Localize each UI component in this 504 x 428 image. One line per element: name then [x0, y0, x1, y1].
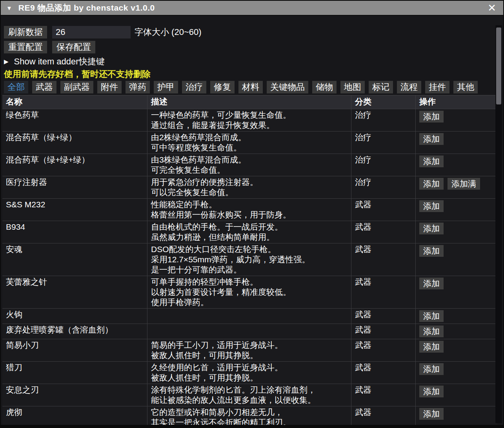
- item-category: 治疗: [351, 154, 415, 176]
- item-category: 武器: [351, 324, 415, 339]
- save-config-button[interactable]: 保存配置: [52, 41, 95, 53]
- item-actions: 添加: [415, 309, 497, 324]
- item-desc: DSO配发的大口径突击左轮手枪。 采用12.7×55mm弹药，威力高，穿透性强。…: [147, 243, 351, 276]
- add-button[interactable]: 添加: [419, 245, 444, 257]
- table-row: B934自由枪机式的手枪。于一战后开发。 虽然威力稍逊，但结构简单耐用。武器添加: [2, 221, 497, 243]
- item-actions: 添加: [415, 199, 497, 221]
- font-size-input[interactable]: [52, 26, 131, 38]
- item-table-body: 绿色药草一种绿色的药草，可少量恢复生命值。 通过组合，能显著提升恢复效果。治疗添…: [2, 109, 497, 428]
- scrollbar[interactable]: [495, 25, 502, 423]
- hotkey-expander[interactable]: ▶ Show item adder快捷键: [4, 56, 500, 68]
- item-name: 简易小刀: [2, 339, 147, 361]
- add-button[interactable]: 添加: [419, 178, 444, 190]
- toolbar-row-1: 刷新数据 字体大小 (20~60): [4, 26, 500, 38]
- table-row: 芙蕾雅之针可单手握持的轻型冲锋手枪。 以射速为首要设计考量，精准度较低。 使用手…: [2, 276, 497, 308]
- add-button[interactable]: 添加: [419, 133, 444, 145]
- tab-ammo[interactable]: 弹药: [126, 81, 150, 93]
- collapse-arrow-icon[interactable]: ▼: [6, 5, 12, 11]
- item-name: B934: [2, 221, 147, 243]
- add-button[interactable]: 添加: [419, 310, 444, 322]
- item-actions: 添加: [415, 384, 497, 406]
- add-button[interactable]: 添加: [419, 155, 444, 167]
- add-button[interactable]: 添加: [419, 363, 444, 375]
- tab-other[interactable]: 其他: [453, 81, 478, 93]
- add-button[interactable]: 添加: [419, 326, 444, 337]
- item-actions: 添加添加满: [415, 176, 497, 198]
- item-actions: 添加: [415, 154, 497, 176]
- item-desc: 由2株绿色药草混合而成。 可中等程度恢复生命值。: [147, 132, 351, 154]
- close-icon[interactable]: ✕: [488, 3, 498, 13]
- table-row: 医疗注射器用于紧急治疗的便携注射器。 可以完全恢复生命值。治疗添加添加满: [2, 176, 497, 198]
- item-category: 治疗: [351, 176, 415, 198]
- tab-sub-weapon[interactable]: 副武器: [60, 81, 93, 93]
- item-name: 医疗注射器: [2, 176, 147, 198]
- item-name: 安魂: [2, 243, 147, 276]
- scrollbar-thumb[interactable]: [496, 27, 501, 104]
- item-name: 绿色药草: [2, 109, 147, 131]
- table-row: S&S M232性能稳定的手枪。 格蕾丝用第一份薪水购买，用于防身。武器添加: [2, 198, 497, 221]
- item-name: 猎刀: [2, 362, 147, 384]
- tab-charm[interactable]: 挂件: [425, 81, 449, 93]
- table-row: 安魂DSO配发的大口径突击左轮手枪。 采用12.7×55mm弹药，威力高，穿透性…: [2, 243, 497, 276]
- item-name: 废弃处理喷雾罐（含溶血剂）: [2, 324, 147, 339]
- item-category: 武器: [351, 276, 415, 308]
- item-desc: 久经使用的匕首，适用于近身战斗。 被敌人抓住时，可用其挣脱。: [147, 362, 351, 384]
- item-category: 武器: [351, 199, 415, 221]
- tab-map[interactable]: 地图: [340, 81, 365, 93]
- tab-material[interactable]: 材料: [238, 81, 263, 93]
- item-actions: 添加: [415, 324, 497, 339]
- item-desc: 由3株绿色药草混合而成。 可完全恢复生命值。: [147, 154, 351, 176]
- item-name: 混合药草（绿+绿）: [2, 132, 147, 154]
- table-row: 绿色药草一种绿色的药草，可少量恢复生命值。 通过组合，能显著提升恢复效果。治疗添…: [2, 109, 497, 131]
- font-size-label: 字体大小 (20~60): [135, 26, 202, 38]
- tab-repair[interactable]: 修复: [210, 81, 235, 93]
- tab-armor[interactable]: 护甲: [154, 81, 178, 93]
- reset-config-button[interactable]: 重置配置: [4, 41, 47, 53]
- column-header-actions: 操作: [415, 95, 497, 109]
- item-name: S&S M232: [2, 199, 147, 221]
- item-desc: 用于紧急治疗的便携注射器。 可以完全恢复生命值。: [147, 176, 351, 198]
- tab-attachment[interactable]: 附件: [97, 81, 122, 93]
- column-header-name: 名称: [2, 95, 147, 109]
- item-desc: 一种绿色的药草，可少量恢复生命值。 通过组合，能显著提升恢复效果。: [147, 109, 351, 131]
- add-button[interactable]: 添加: [419, 386, 444, 397]
- item-category: 武器: [351, 309, 415, 324]
- tab-key-item[interactable]: 关键物品: [267, 81, 308, 93]
- item-desc: 性能稳定的手枪。 格蕾丝用第一份薪水购买，用于防身。: [147, 199, 351, 221]
- title-bar: ▼ RE9 物品添加 by chenstack v1.0.0 ✕: [1, 1, 503, 16]
- item-actions: 添加: [415, 406, 497, 428]
- tab-bar: 全部武器副武器附件弹药护甲治疗修复材料关键物品储物地图标记流程挂件其他: [4, 81, 500, 93]
- tab-all[interactable]: 全部: [4, 81, 28, 93]
- item-actions: 添加: [415, 243, 497, 276]
- refresh-data-button[interactable]: 刷新数据: [4, 26, 47, 38]
- item-desc: 它的造型或许和简易小刀相差无几， 其实是一把永远不会折断的精工利刃。: [147, 406, 351, 428]
- table-row: 虎彻它的造型或许和简易小刀相差无几， 其实是一把永远不会折断的精工利刃。武器添加: [2, 406, 497, 428]
- toolbar-row-2: 重置配置 保存配置: [4, 41, 500, 53]
- add-button[interactable]: 添加: [419, 408, 444, 420]
- tab-storage[interactable]: 储物: [312, 81, 337, 93]
- add-button[interactable]: 添加: [419, 223, 444, 234]
- table-row: 安息之刃涂有特殊化学制剂的匕首。刃上涂有溶血剂， 能让被感染的敌人流出更多血液，…: [2, 384, 497, 406]
- table-row: 混合药草（绿+绿+绿）由3株绿色药草混合而成。 可完全恢复生命值。治疗添加: [2, 154, 497, 176]
- warning-text: 使用前请先存好档，暂时还不支持删除: [4, 68, 500, 79]
- item-name: 芙蕾雅之针: [2, 276, 147, 308]
- add-button[interactable]: 添加: [419, 111, 444, 123]
- window-content: 刷新数据 字体大小 (20~60) 重置配置 保存配置 ▶ Show item …: [1, 16, 503, 428]
- item-actions: 添加: [415, 276, 497, 308]
- add-button[interactable]: 添加: [419, 200, 444, 212]
- item-category: 武器: [351, 339, 415, 361]
- item-category: 治疗: [351, 132, 415, 154]
- tab-heal[interactable]: 治疗: [182, 81, 206, 93]
- add-full-button[interactable]: 添加满: [448, 178, 480, 190]
- item-actions: 添加: [415, 221, 497, 243]
- item-desc: [147, 309, 351, 324]
- table-row: 猎刀久经使用的匕首，适用于近身战斗。 被敌人抓住时，可用其挣脱。武器添加: [2, 361, 497, 384]
- item-desc: 涂有特殊化学制剂的匕首。刃上涂有溶血剂， 能让被感染的敌人流出更多血液，以便收集…: [147, 384, 351, 406]
- add-button[interactable]: 添加: [419, 278, 444, 289]
- table-row: 火钩武器添加: [2, 308, 497, 324]
- tab-flow[interactable]: 流程: [397, 81, 421, 93]
- item-actions: 添加: [415, 339, 497, 361]
- add-button[interactable]: 添加: [419, 341, 444, 353]
- tab-mark[interactable]: 标记: [369, 81, 393, 93]
- tab-weapon[interactable]: 武器: [32, 81, 56, 93]
